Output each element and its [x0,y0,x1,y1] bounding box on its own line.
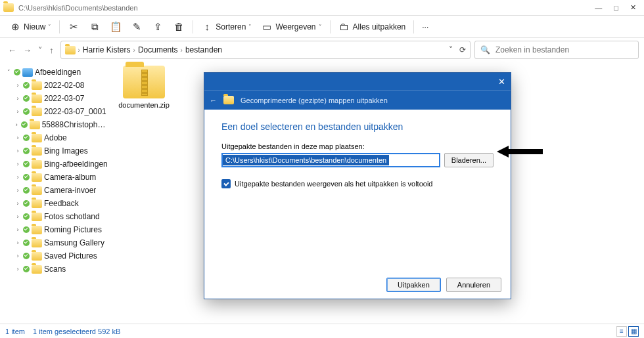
close-button[interactable]: ✕ [630,3,636,12]
sync-status-icon [23,213,30,220]
sync-status-icon [23,240,30,246]
sync-status-icon [23,161,30,167]
sync-status-icon [23,253,30,259]
share-button[interactable]: ⇪ [148,19,168,35]
minimize-button[interactable]: — [595,4,602,12]
sidebar-item[interactable]: ›Bing-afbeeldingen [5,158,109,171]
sidebar-item-label: Adobe [44,133,67,142]
window-title: C:\Users\hkist\Documents\bestanden [18,4,595,12]
address-bar[interactable]: › Harrie Kisters › Documents › bestanden… [60,41,471,59]
chevron-down-icon: ˅ [48,24,51,30]
sidebar-item[interactable]: ›Bing Images [5,144,109,158]
clipboard-icon: 📋 [110,21,122,33]
breadcrumb[interactable]: Harrie Kisters [83,45,131,54]
nav-back-button[interactable]: ← [8,45,16,55]
status-selection: 1 item geselecteerd 592 kB [33,327,120,335]
destination-path-value: C:\Users\hkist\Documents\bestanden\docum… [223,155,389,165]
sidebar-item-pictures[interactable]: ˅ Afbeeldingen [5,66,109,79]
folder-icon [32,186,42,195]
extract-wizard-dialog: ✕ ← Gecomprimeerde (gezipte) mappen uitp… [204,72,511,299]
refresh-button[interactable]: ⟳ [459,45,466,54]
sidebar-item[interactable]: ›Saved Pictures [5,249,109,263]
sidebar-item[interactable]: ›Fotos schotland [5,210,109,223]
dialog-prompt: Uitgepakte bestanden in deze map plaatse… [221,142,494,150]
dialog-close-button[interactable]: ✕ [498,77,505,87]
zip-folder-icon [123,66,165,98]
dialog-wizard-title: Gecomprimeerde (gezipte) mappen uitpakke… [241,96,388,104]
folder-icon [32,95,42,103]
sync-status-icon [23,135,30,141]
rename-button[interactable]: ✎ [127,19,147,35]
sidebar-item-label: Bing Images [44,146,88,156]
cancel-button[interactable]: Annuleren [446,278,501,292]
browse-button[interactable]: Bladeren... [444,153,494,167]
sync-status-icon [14,69,20,75]
scissors-icon: ✂ [68,21,80,33]
chevron-down-icon: ˅ [319,24,322,30]
folder-icon [32,108,42,116]
file-tile-documenten-zip[interactable]: documenten.zip [118,66,170,109]
sidebar-item[interactable]: ›Camera-album [5,171,109,184]
nav-up-button[interactable]: ↑ [49,45,54,55]
dialog-back-button[interactable]: ← [210,96,217,104]
sidebar-item[interactable]: ›Roming Pictures [5,223,109,236]
nav-forward-button[interactable]: → [23,45,32,55]
sidebar-item[interactable]: ›2022-03-07 [5,92,109,105]
sidebar-item[interactable]: ›Scans [5,263,109,276]
extract-button[interactable]: Uitpakken [386,278,441,292]
sidebar-item-label: Afbeeldingen [35,68,81,77]
view-list-toggle[interactable]: ≡ [616,326,627,337]
sync-status-icon [23,187,30,194]
sidebar-item[interactable]: ›Samsung Gallery [5,236,109,249]
folder-icon [32,239,42,247]
view-icon: ▭ [261,21,273,33]
extract-icon: 🗀 [338,21,350,33]
sync-status-icon [21,121,28,128]
share-icon: ⇪ [152,21,164,33]
sync-status-icon [23,226,30,233]
plus-circle-icon: ⊕ [9,21,21,33]
paste-button[interactable]: 📋 [106,19,126,35]
delete-button[interactable]: 🗑 [169,19,189,35]
view-label: Weergeven [275,22,315,32]
nav-recent-button[interactable]: ˅ [38,45,43,55]
view-grid-toggle[interactable]: ▦ [628,326,639,337]
sort-icon: ↕ [201,21,213,33]
folder-tree: ˅ Afbeeldingen ›2022-02-08 ›2022-03-07 ›… [0,62,112,324]
chevron-down-icon: ˅ [248,24,252,30]
sync-status-icon [23,82,30,89]
sidebar-item[interactable]: ›2022-02-08 [5,79,109,92]
sidebar-item-label: 2022-02-08 [44,81,84,90]
sidebar-item-label: Scans [44,264,66,274]
sidebar-item[interactable]: ›Adobe [5,131,109,144]
sidebar-item[interactable]: ›2022-03-07_0001 [5,105,109,118]
sidebar-item[interactable]: ›Camera-invoer [5,184,109,197]
search-box[interactable]: 🔍 [474,41,639,59]
sidebar-item-label: Samsung Gallery [44,238,104,247]
search-input[interactable] [495,45,633,54]
new-label: Nieuw [24,22,45,32]
rename-icon: ✎ [131,21,143,33]
new-button[interactable]: ⊕ Nieuw ˅ [5,18,55,35]
sidebar-item[interactable]: ›55888ChristopheLavalle.Dyn [5,118,109,131]
sort-button[interactable]: ↕ Sorteren ˅ [197,18,256,35]
maximize-button[interactable]: □ [614,4,618,12]
sidebar-item-label: 2022-03-07 [44,94,84,103]
checkbox-label: Uitgepakte bestanden weergeven als het u… [235,180,432,188]
more-button[interactable]: ··· [418,20,432,34]
view-button[interactable]: ▭ Weergeven ˅ [257,18,325,35]
breadcrumb[interactable]: bestanden [185,45,222,54]
folder-icon [32,134,42,142]
destination-path-input[interactable]: C:\Users\hkist\Documents\bestanden\docum… [221,153,440,167]
address-chevron-icon[interactable]: ˅ [449,45,453,54]
sidebar-item[interactable]: ›Feedback [5,197,109,210]
cut-button[interactable]: ✂ [64,19,83,35]
folder-icon [32,147,42,156]
status-item-count: 1 item [5,327,25,335]
extract-all-button[interactable]: 🗀 Alles uitpakken [334,18,410,35]
dialog-folder-icon [223,96,234,104]
copy-button[interactable]: ⧉ [85,19,104,35]
show-extracted-checkbox[interactable] [221,179,231,188]
breadcrumb[interactable]: Documents [138,45,178,54]
sidebar-item-label: 55888ChristopheLavalle.Dyn [42,120,109,129]
